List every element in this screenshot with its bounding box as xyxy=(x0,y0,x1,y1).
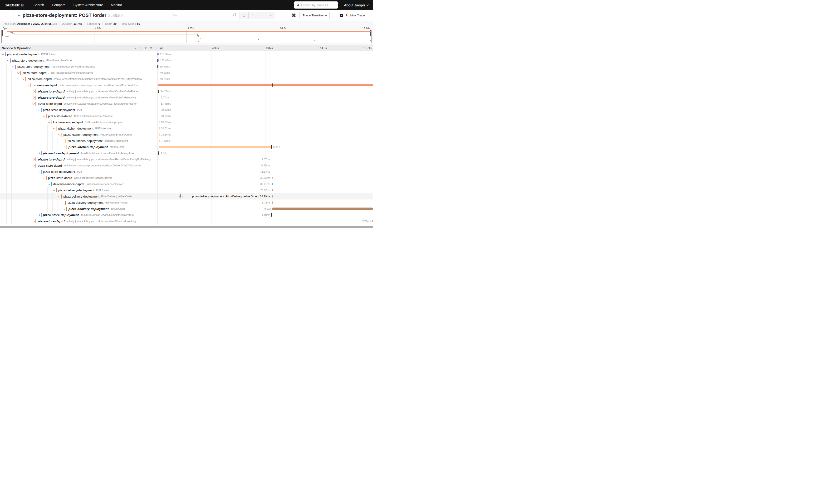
focus-span-button[interactable]: ◇ xyxy=(240,12,249,19)
span-name-cell[interactable]: kitchen-service-daprdCallLocal/kitchen-s… xyxy=(0,119,157,125)
chevron-right-icon[interactable] xyxy=(32,91,35,92)
span-row[interactable]: pizza-store-daprdactivity||com.salaboy.p… xyxy=(0,162,373,168)
span-name-cell[interactable]: pizza-store-deploymentPUT xyxy=(0,168,157,175)
span-bar[interactable] xyxy=(272,201,273,204)
collapse-all-icon[interactable] xyxy=(145,47,146,49)
span-bar[interactable] xyxy=(159,115,159,117)
help-icon[interactable]: ? xyxy=(233,13,238,17)
span-row[interactable]: delivery-service-daprdCallLocal/delivery… xyxy=(0,181,373,187)
trace-view-selector[interactable]: Trace Timeline xyxy=(300,12,330,19)
span-name-cell[interactable]: pizza-store-daprdactivity||com.salaboy.p… xyxy=(0,88,157,94)
trace-id-search-input[interactable] xyxy=(301,3,335,7)
chevron-down-icon[interactable] xyxy=(37,109,41,111)
chevron-right-icon[interactable] xyxy=(63,146,66,148)
chevron-down-icon[interactable] xyxy=(32,165,35,166)
span-name-cell[interactable]: pizza-store-daprdCallLocal/delivery-serv… xyxy=(0,175,157,181)
span-bar[interactable] xyxy=(158,84,373,86)
span-bar[interactable] xyxy=(159,139,159,142)
span-name-cell[interactable]: pizza-store-daprdactivity||com.salaboy.p… xyxy=(0,156,157,162)
find-prev-button[interactable] xyxy=(249,12,257,19)
chevron-down-icon[interactable] xyxy=(52,128,56,129)
span-bar[interactable] xyxy=(159,127,159,129)
chevron-down-icon[interactable] xyxy=(11,66,15,67)
span-row[interactable]: pizza-store-deploymentTaskHubSidecarServ… xyxy=(0,212,373,218)
chevron-down-icon[interactable] xyxy=(32,103,35,105)
span-name-cell[interactable]: pizza-delivery-deploymentPizzaDelivery.d… xyxy=(0,193,157,199)
nav-link-system-architecture[interactable]: System Architecture xyxy=(73,3,103,7)
span-bar[interactable] xyxy=(158,72,158,74)
span-bar[interactable] xyxy=(159,146,271,148)
minimap-canvas[interactable] xyxy=(1,30,372,43)
span-bar[interactable] xyxy=(272,177,273,179)
span-row[interactable]: pizza-store-daprdorchestration||com.sala… xyxy=(0,82,373,88)
span-name-cell[interactable]: pizza-store-daprdcreate_orchestration||c… xyxy=(0,76,157,82)
span-bar[interactable] xyxy=(272,195,273,197)
span-row[interactable]: pizza-store-deploymentTaskHubSidecarServ… xyxy=(0,150,373,156)
chevron-down-icon[interactable] xyxy=(37,171,41,172)
span-bar[interactable] xyxy=(372,220,373,222)
column-resizer[interactable]: ‖ xyxy=(155,47,157,50)
span-name-cell[interactable]: pizza-store-deploymentPUT xyxy=(0,107,157,113)
span-row[interactable]: pizza-store-daprdcreate_orchestration||c… xyxy=(0,76,373,82)
chevron-down-icon[interactable] xyxy=(1,53,5,55)
span-name-cell[interactable]: pizza-store-deploymentPizzaStore.placeOr… xyxy=(0,57,157,63)
span-row[interactable]: pizza-store-daprd/TaskHubSidecarService/… xyxy=(0,70,373,76)
span-row[interactable]: pizza-store-daprdactivity||com.salaboy.p… xyxy=(0,88,373,94)
minimap-left-handle[interactable] xyxy=(2,30,3,36)
span-row[interactable]: pizza-store-deploymentPizzaStore.placeOr… xyxy=(0,57,373,63)
span-row[interactable]: pizza-store-daprdactivity||com.salaboy.p… xyxy=(0,156,373,162)
find-input-wrap[interactable]: ? xyxy=(170,12,240,19)
trace-id-search[interactable] xyxy=(294,1,338,9)
span-row[interactable]: pizza-store-daprdCallLocal/kitchen-servi… xyxy=(0,113,373,119)
span-row[interactable]: pizza-kitchen-deploymentprepareOrderPare… xyxy=(0,138,373,144)
span-row[interactable]: pizza-store-daprdCallLocal/delivery-serv… xyxy=(0,175,373,181)
span-row[interactable]: pizza-store-daprdactivity||com.salaboy.p… xyxy=(0,218,373,224)
span-name-cell[interactable]: pizza-store-daprdactivity||com.salaboy.p… xyxy=(0,100,157,107)
span-row[interactable]: pizza-store-deploymentPOST /order111.56m… xyxy=(0,51,373,57)
span-bar[interactable] xyxy=(157,53,158,55)
chevron-right-icon[interactable] xyxy=(32,97,35,98)
keyboard-shortcuts-button[interactable]: ⌘ xyxy=(292,13,296,18)
chevron-right-icon[interactable] xyxy=(37,152,41,154)
span-name-cell[interactable]: pizza-store-deploymentTaskHubSidecarServ… xyxy=(0,150,157,156)
span-row[interactable]: kitchen-service-daprdCallLocal/kitchen-s… xyxy=(0,119,373,125)
span-bar[interactable] xyxy=(272,189,273,191)
chevron-right-icon[interactable] xyxy=(32,158,35,160)
chevron-right-icon[interactable] xyxy=(32,220,35,222)
nav-link-search[interactable]: Search xyxy=(34,3,44,7)
span-row[interactable]: pizza-delivery-deploymentPUT /deliver29.… xyxy=(0,187,373,193)
span-name-cell[interactable]: pizza-store-deploymentPOST /order xyxy=(0,51,157,57)
nav-link-compare[interactable]: Compare xyxy=(52,3,66,7)
span-name-cell[interactable]: pizza-delivery-deploymentPUT /deliver xyxy=(0,187,157,193)
span-row[interactable]: pizza-kitchen-deploymentprepareOrder10.2… xyxy=(0,144,373,150)
span-row[interactable]: pizza-delivery-deploymentPizzaDelivery.d… xyxy=(0,193,373,199)
span-bar[interactable] xyxy=(159,96,159,99)
span-name-cell[interactable]: pizza-store-daprdCallLocal/kitchen-servi… xyxy=(0,113,157,119)
chevron-down-icon[interactable] xyxy=(58,134,61,135)
chevron-right-icon[interactable] xyxy=(37,214,41,216)
horizontal-scrollbar[interactable] xyxy=(0,226,373,228)
about-jaeger-menu[interactable]: About Jaeger xyxy=(344,3,368,7)
span-bar[interactable] xyxy=(272,164,272,167)
span-name-cell[interactable]: pizza-kitchen-deploymentPUT /prepare xyxy=(0,125,157,131)
span-row[interactable]: pizza-store-daprdactivity||com.salaboy.p… xyxy=(0,100,373,107)
span-name-cell[interactable]: pizza-kitchen-deploymentPizzaKitchen.pre… xyxy=(0,131,157,138)
span-bar[interactable] xyxy=(159,121,159,123)
span-name-cell[interactable]: pizza-store-daprdactivity||com.salaboy.p… xyxy=(0,162,157,168)
trace-collapse-toggle-icon[interactable] xyxy=(18,14,20,16)
span-name-cell[interactable]: pizza-kitchen-deploymentprepareOrderPare… xyxy=(0,138,157,144)
chevron-down-icon[interactable] xyxy=(17,72,20,74)
span-name-cell[interactable]: pizza-kitchen-deploymentprepareOrder xyxy=(0,144,157,150)
chevron-down-icon[interactable] xyxy=(42,115,46,117)
span-row[interactable]: pizza-store-deploymentPUT31.14ms xyxy=(0,168,373,175)
clear-find-button[interactable]: × xyxy=(266,12,275,19)
chevron-down-icon[interactable] xyxy=(22,78,25,80)
chevron-down-icon[interactable] xyxy=(42,177,46,179)
span-name-cell[interactable]: pizza-store-deploymentTaskHubSidecarServ… xyxy=(0,63,157,70)
chevron-down-icon[interactable] xyxy=(52,189,56,191)
span-bar[interactable] xyxy=(272,183,273,185)
span-name-cell[interactable]: pizza-store-daprdactivity||com.salaboy.p… xyxy=(0,94,157,100)
chevron-down-icon[interactable] xyxy=(47,121,51,123)
collapse-one-icon[interactable] xyxy=(134,47,136,49)
span-row[interactable]: pizza-delivery-deploymentdeliverOrderPar… xyxy=(0,199,373,206)
